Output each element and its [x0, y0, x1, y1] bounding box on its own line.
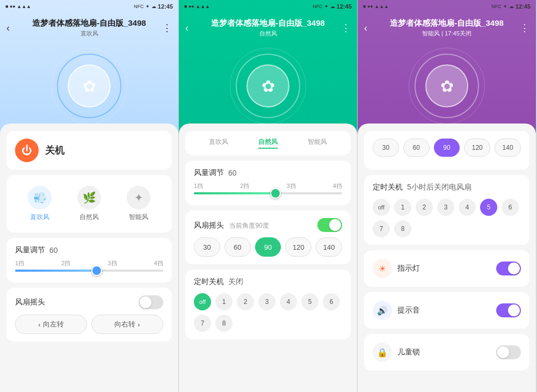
mode-partial-card-2: 直吹风 自然风 智能风 — [185, 131, 351, 155]
menu-button-1[interactable]: ⋮ — [162, 22, 172, 34]
wind-speed-card-2: 风量调节 60 1挡 2挡 3挡 4挡 — [185, 161, 351, 205]
oscillation-subtitle-2: 当前角度90度 — [229, 222, 268, 229]
back-button-3[interactable]: ‹ — [364, 23, 367, 34]
mode-icon-natural-1: 🌿 — [83, 191, 96, 204]
wind-slider-thumb-1[interactable] — [91, 265, 102, 276]
timer-1-2[interactable]: 1 — [215, 293, 233, 310]
speed-120-3[interactable]: 120 — [464, 139, 490, 157]
angle-120-2[interactable]: 120 — [285, 237, 311, 257]
turn-right-button-1[interactable]: 向右转 › — [91, 315, 163, 334]
speed-30-3[interactable]: 30 — [373, 139, 399, 157]
indicator-light-toggle-3[interactable] — [496, 262, 521, 275]
app-header-1: ‹ 造梦者体感落地扇-自由版_3498 直吹风 ⋮ — [0, 13, 178, 43]
oscillation-title-group-2: 风扇摇头 当前角度90度 — [194, 220, 269, 230]
timer-6-2[interactable]: 6 — [323, 293, 340, 310]
angle-90-2[interactable]: 90 — [255, 237, 281, 257]
mode-smart-partial-2[interactable]: 智能风 — [308, 137, 327, 149]
timer-off-2[interactable]: off — [194, 293, 211, 310]
turn-left-label-1: 向左转 — [43, 320, 64, 329]
fan-circle-3: ✿ — [425, 64, 468, 107]
timer-3-2[interactable]: 3 — [258, 293, 275, 310]
timer-subtitle-3: 5小时后关闭电风扇 — [407, 183, 471, 192]
power-row-1: ⏻ 关机 — [15, 139, 163, 162]
timer-6-3[interactable]: 6 — [502, 199, 519, 216]
child-lock-toggle-3[interactable] — [496, 345, 521, 359]
mode-item-smart-1[interactable]: ✦ 智能风 — [121, 183, 156, 225]
mode-icon-direct-1: 💨 — [33, 191, 47, 204]
mode-item-direct-1[interactable]: 💨 直吹风 — [23, 183, 57, 225]
timer-8-3[interactable]: 8 — [394, 220, 411, 237]
status-right-icons-3: NFC✦☁ 12:45 — [491, 3, 531, 10]
fan-icon-3: ✿ — [440, 77, 454, 96]
timer-row-3: 定时关机 5小时后关闭电风扇 — [373, 183, 521, 192]
oscillation-card-1: 风扇摇头 ‹ 向左转 向右转 › — [6, 288, 172, 342]
prompt-sound-card-3: 🔊 提示音 — [364, 292, 529, 329]
timer-1-3[interactable]: 1 — [394, 199, 411, 216]
oscillation-toggle-2[interactable] — [317, 218, 342, 232]
timer-3-3[interactable]: 3 — [437, 199, 454, 216]
mode-item-natural-1[interactable]: 🌿 自然风 — [72, 183, 106, 225]
turn-left-button-1[interactable]: ‹ 向左转 — [15, 315, 87, 334]
oscillation-label-1: 风扇摇头 — [15, 297, 45, 307]
mode-natural-partial-2[interactable]: 自然风 — [258, 137, 278, 149]
mode-icon-smart-1: ✦ — [134, 191, 143, 204]
fan-visual-2: ✿ — [179, 43, 357, 129]
timer-4-2[interactable]: 4 — [280, 293, 297, 310]
wind-speed-row-2: 风量调节 60 — [194, 168, 342, 178]
oscillation-toggle-knob-2 — [329, 219, 341, 231]
speed-labels-1: 1挡 2挡 3挡 4挡 — [15, 259, 163, 267]
menu-button-2[interactable]: ⋮ — [341, 22, 351, 34]
back-button-2[interactable]: ‹ — [185, 23, 188, 34]
fan-icon-2: ✿ — [262, 77, 275, 96]
mode-partial-row-2: 直吹风 自然风 智能风 — [194, 135, 342, 151]
angle-140-2[interactable]: 140 — [316, 237, 342, 257]
timer-dots-2: off 1 2 3 4 5 6 7 8 — [194, 293, 342, 332]
angle-60-2[interactable]: 60 — [224, 237, 251, 257]
timer-5-3[interactable]: 5 — [480, 199, 497, 216]
device-subtitle-3: 智能风 | 17:45关闭 — [390, 30, 504, 38]
child-lock-left-3: 🔒 儿童锁 — [373, 343, 420, 362]
timer-8-2[interactable]: 8 — [215, 315, 233, 332]
speed-60-3[interactable]: 60 — [403, 139, 430, 157]
wind-slider-track-1[interactable] — [15, 270, 163, 272]
timer-7-2[interactable]: 7 — [194, 315, 211, 332]
oscillation-toggle-1[interactable] — [139, 295, 163, 309]
timer-5-2[interactable]: 5 — [301, 293, 318, 310]
timer-4-3[interactable]: 4 — [459, 199, 476, 216]
indicator-light-toggle-knob-3 — [508, 263, 520, 274]
device-title-3: 造梦者体感落地扇-自由版_3498 — [390, 18, 504, 28]
prompt-sound-icon-3: 🔊 — [373, 301, 392, 320]
wind-slider-thumb-2[interactable] — [270, 188, 281, 199]
wind-slider-track-2[interactable] — [194, 192, 342, 194]
timer-7-3[interactable]: 7 — [373, 220, 390, 237]
indicator-light-left-3: ☀ 指示灯 — [373, 259, 420, 278]
child-lock-card-3: 🔒 儿童锁 — [364, 334, 529, 371]
turn-left-icon-1: ‹ — [38, 321, 40, 329]
mode-icon-bg-direct-1: 💨 — [28, 186, 52, 209]
menu-button-3[interactable]: ⋮ — [520, 22, 529, 34]
power-label-1[interactable]: 关机 — [45, 144, 64, 157]
timer-2-2[interactable]: 2 — [237, 293, 254, 310]
turn-right-label-1: 向右转 — [114, 320, 135, 329]
prompt-sound-toggle-3[interactable] — [496, 303, 521, 317]
app-header-3: ‹ 造梦者体感落地扇-自由版_3498 智能风 | 17:45关闭 ⋮ — [358, 13, 536, 43]
back-button-1[interactable]: ‹ — [6, 23, 10, 34]
timer-card-3: 定时关机 5小时后关闭电风扇 off 1 2 3 4 5 6 7 8 — [364, 175, 529, 245]
mode-direct-partial-2[interactable]: 直吹风 — [209, 137, 228, 149]
power-card-1: ⏻ 关机 — [6, 131, 172, 170]
turn-right-icon-1: › — [137, 321, 140, 329]
device-title-1: 造梦者体感落地扇-自由版_3498 — [32, 18, 146, 28]
speed-140-3[interactable]: 140 — [495, 139, 521, 157]
header-text-3: 造梦者体感落地扇-自由版_3498 智能风 | 17:45关闭 — [390, 18, 504, 38]
fan-ring-2: ✿ — [236, 54, 300, 118]
status-right-icons-1: NFC✦☁ 12:45 — [134, 3, 173, 10]
angle-30-2[interactable]: 30 — [194, 237, 220, 257]
wind-speed-row-1: 风量调节 60 — [15, 245, 163, 255]
timer-off-3[interactable]: off — [373, 199, 390, 216]
power-button-1[interactable]: ⏻ — [15, 139, 39, 162]
mode-icon-bg-natural-1: 🌿 — [77, 186, 101, 209]
prompt-sound-left-3: 🔊 提示音 — [373, 301, 420, 320]
speed-90-3[interactable]: 90 — [434, 139, 460, 157]
status-left-icons-3: ■ ●● ▲▲▲ — [363, 4, 389, 9]
timer-2-3[interactable]: 2 — [416, 199, 433, 216]
